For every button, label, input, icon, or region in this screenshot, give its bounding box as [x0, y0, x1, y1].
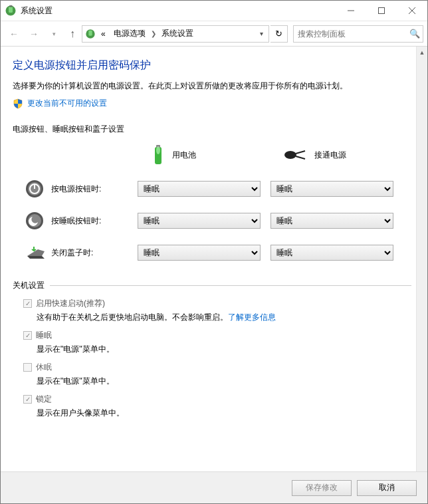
shutdown-settings: 关机设置 ✓启用快速启动(推荐) 这有助于在关机之后更快地启动电脑。不会影响重启…	[13, 280, 411, 426]
window-title: 系统设置	[21, 5, 336, 17]
checkbox-icon: ✓	[23, 299, 32, 308]
battery-icon	[150, 143, 167, 167]
navbar: ← → ▾ ↑ « 电源选项 ❯ 系统设置 ▾ ↻ 🔍	[1, 21, 427, 47]
cancel-button[interactable]: 取消	[357, 480, 417, 496]
column-ac: 接通电源	[270, 148, 403, 162]
row-power-button: 按电源按钮时:	[18, 179, 138, 199]
bottom-bar: 保存修改 取消	[1, 471, 427, 503]
sleep-button-battery-select[interactable]: 睡眠	[138, 213, 261, 229]
sleep-button-icon	[25, 211, 45, 231]
svg-rect-2	[10, 5, 11, 7]
shutdown-legend: 关机设置	[13, 280, 50, 291]
power-button-icon	[25, 179, 45, 199]
plug-icon	[282, 148, 309, 162]
titlebar: 系统设置	[1, 1, 427, 21]
sleep-button-ac-select[interactable]: 睡眠	[270, 213, 393, 229]
address-bar[interactable]: « 电源选项 ❯ 系统设置 ▾	[82, 25, 269, 43]
lock-checkbox[interactable]: ✓锁定	[23, 394, 411, 405]
svg-rect-3	[11, 5, 13, 7]
svg-line-15	[296, 156, 305, 159]
address-dropdown[interactable]: ▾	[257, 30, 266, 37]
page-description: 选择要为你的计算机设置的电源设置。在此页上对设置所做的更改将应用于你所有的电源计…	[13, 79, 411, 92]
row-lid-close: 关闭盖子时:	[18, 243, 138, 263]
refresh-button[interactable]: ↻	[270, 25, 288, 43]
section-buttons-lid: 电源按钮、睡眠按钮和盖子设置	[13, 124, 411, 135]
scroll-up[interactable]: ▲	[417, 47, 427, 58]
svg-line-14	[296, 151, 305, 154]
shield-icon	[13, 98, 23, 109]
row-sleep-button: 按睡眠按钮时:	[18, 211, 138, 231]
app-icon	[5, 5, 17, 17]
breadcrumb-root[interactable]: «	[98, 28, 108, 40]
breadcrumb-system-settings[interactable]: 系统设置	[159, 27, 196, 41]
save-button[interactable]: 保存修改	[292, 480, 352, 496]
maximize-button[interactable]	[366, 1, 397, 21]
svg-rect-1	[9, 7, 13, 13]
svg-point-13	[284, 151, 296, 159]
page-heading: 定义电源按钮并启用密码保护	[13, 59, 411, 72]
power-button-ac-select[interactable]: 睡眠	[270, 181, 393, 197]
checkbox-icon: ✓	[23, 331, 32, 340]
checkbox-icon: ✓	[23, 395, 32, 404]
fast-startup-checkbox[interactable]: ✓启用快速启动(推荐)	[23, 298, 411, 309]
search-box[interactable]: 🔍	[293, 25, 423, 43]
learn-more-link[interactable]: 了解更多信息	[228, 313, 276, 322]
search-input[interactable]	[298, 29, 409, 39]
back-button[interactable]: ←	[5, 25, 23, 43]
breadcrumb-sep: ❯	[151, 30, 156, 37]
up-button[interactable]: ↑	[64, 25, 80, 43]
power-grid: 用电池 接通电源 按电源按钮时: 睡眠 睡眠 按睡眠按钮时: 睡眠 睡眠 关闭盖…	[18, 143, 411, 263]
svg-rect-9	[88, 30, 92, 35]
power-button-battery-select[interactable]: 睡眠	[138, 181, 261, 197]
change-unavailable-settings-link[interactable]: 更改当前不可用的设置	[27, 98, 107, 109]
lid-close-battery-select[interactable]: 睡眠	[138, 245, 261, 261]
forward-button[interactable]: →	[25, 25, 43, 43]
sleep-checkbox[interactable]: ✓睡眠	[23, 330, 411, 341]
close-button[interactable]	[397, 1, 427, 21]
svg-rect-5	[379, 8, 385, 14]
checkbox-icon	[23, 363, 32, 372]
recent-dropdown[interactable]: ▾	[45, 25, 63, 43]
column-battery: 用电池	[138, 143, 270, 167]
lid-close-icon	[25, 244, 45, 261]
scrollbar[interactable]: ▲	[416, 47, 427, 471]
breadcrumb-power-options[interactable]: 电源选项	[111, 27, 148, 41]
minimize-button[interactable]	[336, 1, 366, 21]
content-area: 定义电源按钮并启用密码保护 选择要为你的计算机设置的电源设置。在此页上对设置所做…	[1, 47, 427, 471]
hibernate-checkbox[interactable]: 休眠	[23, 362, 411, 373]
power-plan-icon	[85, 29, 96, 39]
svg-point-12	[156, 146, 160, 154]
lid-close-ac-select[interactable]: 睡眠	[270, 245, 393, 261]
search-icon[interactable]: 🔍	[409, 29, 419, 39]
